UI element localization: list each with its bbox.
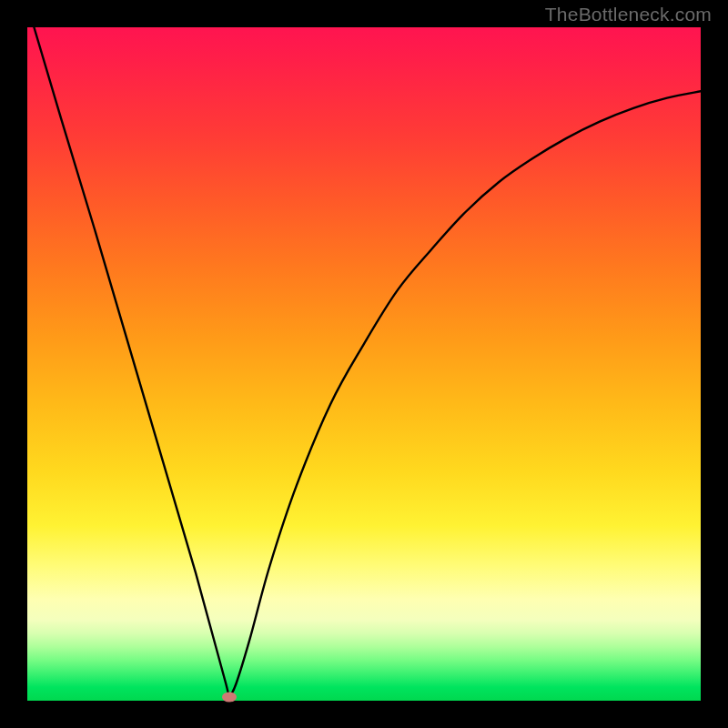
curve-right bbox=[229, 91, 701, 697]
plot-area bbox=[27, 27, 701, 701]
chart-frame: TheBottleneck.com bbox=[0, 0, 728, 728]
minimum-marker bbox=[222, 693, 237, 703]
watermark-text: TheBottleneck.com bbox=[545, 4, 712, 25]
curve-svg bbox=[27, 27, 701, 701]
curve-left bbox=[34, 27, 229, 697]
